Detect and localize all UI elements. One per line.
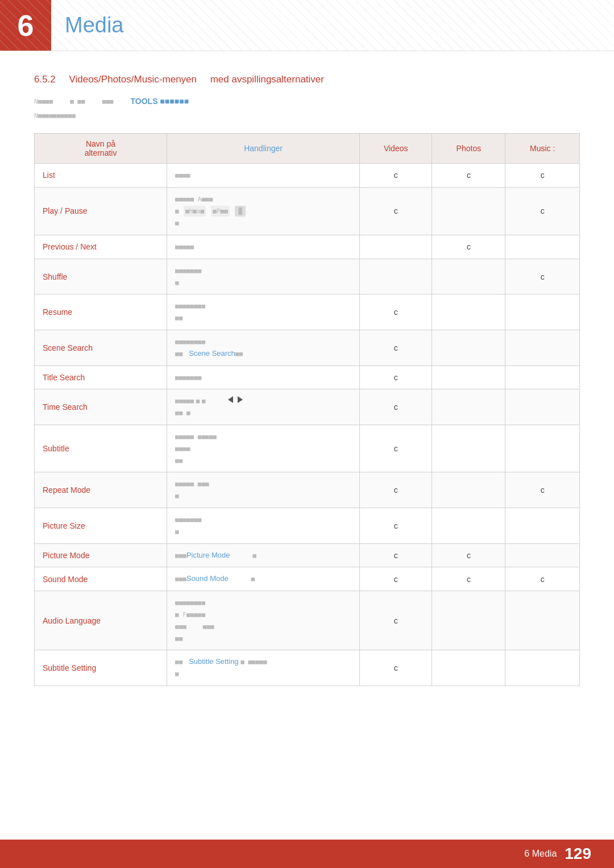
nav-icon1: ■ ■■ <box>70 98 85 105</box>
section-number: 6.5.2 <box>34 74 56 85</box>
nav-tools-label: TOOLS ■■■■■■ <box>131 97 189 106</box>
nav-sub-row: N■■■■■■■■■■ <box>34 110 580 119</box>
row-photos-shuffle <box>432 259 505 294</box>
row-music-shuffle: c <box>505 259 580 294</box>
chapter-title-box: Media <box>51 0 124 51</box>
row-action-play-pause: ■■■■■ A■■■ ■ ■H■a■ ■P■■ ▐▌ ■ <box>167 187 360 235</box>
row-videos-scene-search: c <box>360 330 432 366</box>
table-row: Picture Mode ■■■Picture Mode ■ c c <box>35 543 580 567</box>
row-photos-list: c <box>432 164 505 188</box>
chapter-number: 6 <box>0 0 51 51</box>
row-music-prev-next <box>505 235 580 259</box>
table-row: Sound Mode ■■■Sound Mode ■ c c c <box>35 567 580 591</box>
row-music-picture-mode <box>505 543 580 567</box>
footer-section-label: 6 Media <box>524 849 557 859</box>
row-music-subtitle <box>505 425 580 472</box>
col-header-action: Handlinger <box>167 134 360 164</box>
row-action-picture-size: ■■■■■■■ ■ <box>167 508 360 543</box>
table-row: Play / Pause ■■■■■ A■■■ ■ ■H■a■ ■P■■ ▐▌ … <box>35 187 580 235</box>
row-action-subtitle: ■■■■■ ■■■■■ ■■■■ ■■ <box>167 425 360 472</box>
row-music-resume <box>505 294 580 330</box>
row-action-repeat-mode: ■■■■■ ■■■ ■ <box>167 472 360 508</box>
row-photos-scene-search <box>432 330 505 366</box>
row-music-time-search <box>505 389 580 425</box>
row-videos-title-search: c <box>360 366 432 389</box>
row-action-resume: ■■■■■■■■ ■■ <box>167 294 360 330</box>
row-name-title-search: Title Search <box>35 366 167 389</box>
row-action-scene-search: ■■■■■■■■ ■■ Scene Search■■ <box>167 330 360 366</box>
section-title: Videos/Photos/Music-menyen <box>69 74 197 85</box>
row-name-picture-mode: Picture Mode <box>35 543 167 567</box>
row-name-resume: Resume <box>35 294 167 330</box>
table-row: Title Search ■■■■■■■ c <box>35 366 580 389</box>
row-videos-picture-mode: c <box>360 543 432 567</box>
row-videos-resume: c <box>360 294 432 330</box>
col-header-videos: Videos <box>360 134 432 164</box>
row-photos-sound-mode: c <box>432 567 505 591</box>
col-header-music: Music : <box>505 134 580 164</box>
page-footer: 6 Media 129 <box>0 840 614 868</box>
row-action-list: ■■■■ <box>167 164 360 188</box>
row-action-subtitle-setting: ■■ Subtitle Setting ■ ■■■■■ ■ <box>167 650 360 686</box>
section-heading: 6.5.2 Videos/Photos/Music-menyen med avs… <box>34 74 580 85</box>
row-name-sound-mode: Sound Mode <box>35 567 167 591</box>
row-action-shuffle: ■■■■■■■ ■ <box>167 259 360 294</box>
options-table: Navn på alternativ Handlinger Videos Pho… <box>34 133 580 686</box>
row-photos-time-search <box>432 389 505 425</box>
footer-page-number: 129 <box>565 845 591 863</box>
row-action-picture-mode: ■■■Picture Mode ■ <box>167 543 360 567</box>
row-action-prev-next: ■■■■■ <box>167 235 360 259</box>
row-name-picture-size: Picture Size <box>35 508 167 543</box>
table-row: Subtitle Setting ■■ Subtitle Setting ■ ■… <box>35 650 580 686</box>
table-row: Previous / Next ■■■■■ c <box>35 235 580 259</box>
row-videos-list: c <box>360 164 432 188</box>
row-music-title-search <box>505 366 580 389</box>
row-videos-subtitle-setting: c <box>360 650 432 686</box>
row-name-prev-next: Previous / Next <box>35 235 167 259</box>
row-name-time-search: Time Search <box>35 389 167 425</box>
row-music-picture-size <box>505 508 580 543</box>
row-music-play-pause: c <box>505 187 580 235</box>
row-photos-prev-next: c <box>432 235 505 259</box>
row-music-sound-mode: c <box>505 567 580 591</box>
row-name-play-pause: Play / Pause <box>35 187 167 235</box>
col-header-option: Navn på alternativ <box>35 134 167 164</box>
row-name-subtitle: Subtitle <box>35 425 167 472</box>
table-row: Repeat Mode ■■■■■ ■■■ ■ c c <box>35 472 580 508</box>
row-videos-subtitle: c <box>360 425 432 472</box>
row-action-title-search: ■■■■■■■ <box>167 366 360 389</box>
row-photos-repeat-mode <box>432 472 505 508</box>
row-music-list: c <box>505 164 580 188</box>
row-photos-subtitle <box>432 425 505 472</box>
section-subtitle: med avspillingsalternativer <box>210 74 324 85</box>
main-content: 6.5.2 Videos/Photos/Music-menyen med avs… <box>0 51 614 709</box>
nav-note: N■■■■ <box>34 98 53 105</box>
row-photos-picture-size <box>432 508 505 543</box>
row-action-audio-language: ■■■■■■■■ ■ F■■■■■ ■■■ ■■■ ■■ <box>167 591 360 650</box>
row-action-sound-mode: ■■■Sound Mode ■ <box>167 567 360 591</box>
row-photos-picture-mode: c <box>432 543 505 567</box>
row-music-scene-search <box>505 330 580 366</box>
row-photos-subtitle-setting <box>432 650 505 686</box>
row-name-audio-language: Audio Language <box>35 591 167 650</box>
row-music-subtitle-setting <box>505 650 580 686</box>
nav-sub-note: N■■■■■■■■■■ <box>34 112 76 119</box>
table-header-row: Navn på alternativ Handlinger Videos Pho… <box>35 134 580 164</box>
row-name-list: List <box>35 164 167 188</box>
col-header-photos: Photos <box>432 134 505 164</box>
row-videos-play-pause: c <box>360 187 432 235</box>
row-videos-sound-mode: c <box>360 567 432 591</box>
row-name-subtitle-setting: Subtitle Setting <box>35 650 167 686</box>
table-row: Audio Language ■■■■■■■■ ■ F■■■■■ ■■■ ■■■… <box>35 591 580 650</box>
row-videos-time-search: c <box>360 389 432 425</box>
row-videos-shuffle <box>360 259 432 294</box>
row-action-time-search: ■■■■■ ■ ■ ■■ ■ <box>167 389 360 425</box>
row-photos-resume <box>432 294 505 330</box>
row-videos-prev-next <box>360 235 432 259</box>
row-name-scene-search: Scene Search <box>35 330 167 366</box>
page-header: 6 Media <box>0 0 614 51</box>
row-photos-title-search <box>432 366 505 389</box>
table-row: Subtitle ■■■■■ ■■■■■ ■■■■ ■■ c <box>35 425 580 472</box>
table-row: Time Search ■■■■■ ■ ■ ■■ ■ c <box>35 389 580 425</box>
row-videos-repeat-mode: c <box>360 472 432 508</box>
